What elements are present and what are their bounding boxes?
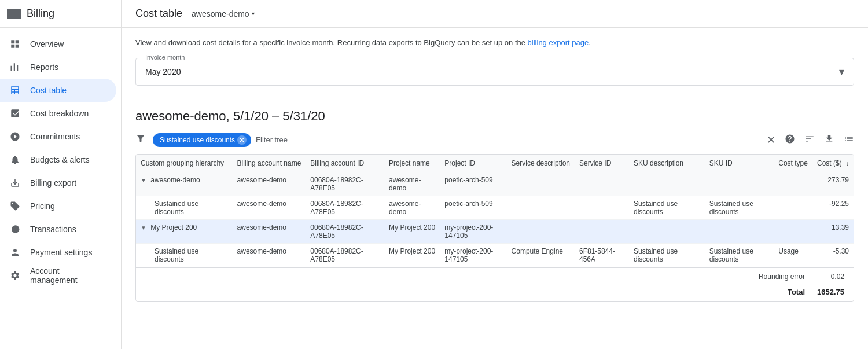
main-scrollable-content: View and download cost details for a spe… xyxy=(122,28,868,349)
cell-service-id: 6F81-5844-456A xyxy=(575,243,629,267)
col-project-name: Project name xyxy=(384,155,440,172)
cell-billing-account-id: 00680A-18982C-A78E05 xyxy=(306,172,384,196)
cell-sku-id: Sustained use discounts xyxy=(705,243,774,267)
col-project-id: Project ID xyxy=(440,155,506,172)
invoice-month-selector[interactable]: Invoice month May 2020 ▾ xyxy=(135,58,854,86)
billing-export-link[interactable]: billing export page xyxy=(528,38,589,47)
cell-sku-desc xyxy=(629,172,705,196)
col-sku-id: SKU ID xyxy=(705,155,774,172)
rounding-error-value: 0.02 xyxy=(814,273,849,281)
table-row: ▼ My Project 200 awesome-demo 00680A-189… xyxy=(136,219,854,243)
gear-icon xyxy=(9,270,21,281)
expand-icon[interactable]: ▼ xyxy=(141,225,146,231)
cell-cost-type xyxy=(774,172,812,196)
table-header-row: Custom grouping hierarchy Billing accoun… xyxy=(136,155,854,172)
sidebar-item-pricing[interactable]: Pricing xyxy=(0,194,116,218)
cell-project-name: My Project 200 xyxy=(384,219,440,243)
sort-icon: ↓ xyxy=(846,160,849,167)
download-icon[interactable] xyxy=(824,134,834,146)
cell-hierarchy-value: Sustained use discounts xyxy=(155,247,198,263)
sidebar-label-cost-table: Cost table xyxy=(30,86,67,95)
sidebar-item-cost-table[interactable]: Cost table xyxy=(0,79,116,102)
clear-filter-icon[interactable]: ✕ xyxy=(767,134,775,146)
rounding-error-row: Rounding error 0.02 xyxy=(136,268,854,285)
cell-billing-account-name: awesome-demo xyxy=(233,172,306,196)
col-header-service-id: Service ID xyxy=(579,159,611,167)
person-icon xyxy=(9,247,21,258)
sidebar-label-billing-export: Billing export xyxy=(30,178,76,188)
expand-icon[interactable]: ▼ xyxy=(141,177,146,183)
cell-sku-id xyxy=(705,219,774,243)
sidebar-item-commitments[interactable]: Commitments xyxy=(0,125,116,148)
description-text2: . xyxy=(589,38,591,47)
cell-service-desc xyxy=(507,219,575,243)
col-header-cost: Cost ($) xyxy=(817,159,842,167)
sidebar-label-account-management: Account management xyxy=(30,266,107,285)
cell-project-name: My Project 200 xyxy=(384,243,440,267)
col-cost[interactable]: Cost ($) ↓ xyxy=(812,155,854,172)
cell-project-id: my-project-200-147105 xyxy=(440,219,506,243)
col-header-service-desc: Service description xyxy=(512,159,570,167)
sidebar-label-payment-settings: Payment settings xyxy=(30,248,92,257)
cell-billing-account-name: awesome-demo xyxy=(233,196,306,219)
sidebar-item-cost-breakdown[interactable]: Cost breakdown xyxy=(0,102,116,125)
col-header-billing-id: Billing account ID xyxy=(310,159,364,167)
sidebar-item-reports[interactable]: Reports xyxy=(0,56,116,79)
main-content-area: Cost table awesome-demo ▾ View and downl… xyxy=(122,0,868,349)
cell-project-id: poetic-arch-509 xyxy=(440,172,506,196)
filter-chip-sustained-use[interactable]: Sustained use discounts ✕ xyxy=(153,133,251,147)
cost-table-container: Custom grouping hierarchy Billing accoun… xyxy=(135,154,854,302)
col-header-hierarchy: Custom grouping hierarchy xyxy=(141,159,224,167)
sidebar-item-transactions[interactable]: Transactions xyxy=(0,218,116,241)
app-title: Billing xyxy=(27,8,54,20)
table-icon xyxy=(9,85,21,96)
grid-icon xyxy=(9,38,21,50)
cell-billing-account-name: awesome-demo xyxy=(233,219,306,243)
description-text1: View and download cost details for a spe… xyxy=(135,38,528,47)
export-icon xyxy=(9,177,21,189)
table-header: Custom grouping hierarchy Billing accoun… xyxy=(136,155,854,172)
sidebar-label-reports: Reports xyxy=(30,63,58,72)
clock-icon xyxy=(9,223,21,235)
cell-service-desc: Compute Engine xyxy=(507,243,575,267)
cell-service-id xyxy=(575,172,629,196)
filter-icon xyxy=(135,133,146,146)
sidebar: Billing Overview Reports Cost table Cos xyxy=(0,0,122,349)
col-service-id: Service ID xyxy=(575,155,629,172)
description-text: View and download cost details for a spe… xyxy=(135,37,854,49)
sidebar-item-payment-settings[interactable]: Payment settings xyxy=(0,241,116,264)
chart-icon[interactable] xyxy=(844,134,854,146)
col-header-sku-id: SKU ID xyxy=(709,159,733,167)
dropdown-icon: ▾ xyxy=(839,65,844,78)
sidebar-label-commitments: Commitments xyxy=(30,132,80,141)
filter-chip-close[interactable]: ✕ xyxy=(237,135,247,145)
cell-hierarchy: ▼ My Project 200 xyxy=(136,219,233,243)
filter-bar: Sustained use discounts ✕ Filter tree ✕ xyxy=(135,133,854,147)
sidebar-item-budgets-alerts[interactable]: Budgets & alerts xyxy=(0,148,116,171)
col-sku-desc: SKU description xyxy=(629,155,705,172)
table-row: ▼ awesome-demo awesome-demo 00680A-18982… xyxy=(136,172,854,196)
account-selector[interactable]: awesome-demo ▾ xyxy=(192,9,255,19)
col-service-desc: Service description xyxy=(507,155,575,172)
help-icon[interactable] xyxy=(785,134,795,146)
cell-sku-id: Sustained use discounts xyxy=(705,196,774,219)
menu-icon[interactable] xyxy=(7,9,21,19)
cell-cost: -92.25 xyxy=(812,196,854,219)
filter-chip-label: Sustained use discounts xyxy=(160,136,235,144)
sidebar-item-overview[interactable]: Overview xyxy=(0,32,116,56)
sidebar-item-account-management[interactable]: Account management xyxy=(0,264,116,287)
invoice-month-value[interactable]: May 2020 ▾ xyxy=(145,65,844,78)
period-title: awesome-demo, 5/1/20 – 5/31/20 xyxy=(135,109,854,124)
cell-project-id: poetic-arch-509 xyxy=(440,196,506,219)
cell-service-desc xyxy=(507,172,575,196)
chevron-down-icon: ▾ xyxy=(252,10,255,17)
sidebar-label-pricing: Pricing xyxy=(30,201,55,211)
column-settings-icon[interactable] xyxy=(804,134,815,146)
sidebar-item-billing-export[interactable]: Billing export xyxy=(0,171,116,194)
page-title: Cost table xyxy=(135,8,182,20)
cell-service-id xyxy=(575,196,629,219)
filter-tree-button[interactable]: Filter tree xyxy=(256,135,288,144)
cell-sku-desc: Sustained use discounts xyxy=(629,196,705,219)
sidebar-label-overview: Overview xyxy=(30,39,64,49)
table-body: ▼ awesome-demo awesome-demo 00680A-18982… xyxy=(136,172,854,267)
